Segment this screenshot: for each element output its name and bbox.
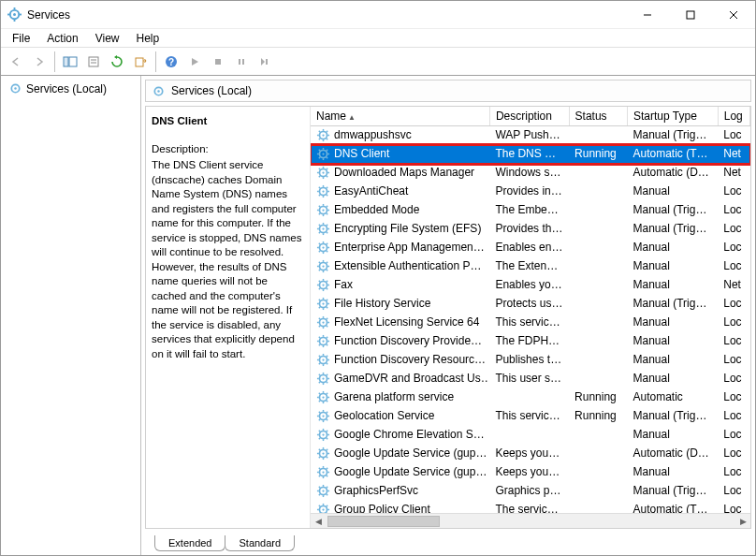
export-list-button[interactable] [129,51,152,73]
col-startup[interactable]: Startup Type [628,107,719,126]
services-tree-icon [8,81,22,95]
stop-service-button [207,51,229,73]
service-row[interactable]: Google Update Service (gup…Keeps your …A… [311,445,750,463]
service-row[interactable]: FlexNet Licensing Service 64This service… [311,314,750,332]
service-startup: Automatic (D… [628,445,719,463]
service-row[interactable]: DNS ClientThe DNS Cli…RunningAutomatic (… [311,145,750,164]
service-gear-icon [316,147,330,161]
service-row[interactable]: Function Discovery Provide…The FDPHO…Man… [311,332,750,351]
tree-item-services-local[interactable]: Services (Local) [5,80,137,97]
help-button[interactable]: ? [160,51,182,73]
menu-view[interactable]: View [88,30,127,47]
service-startup: Manual [628,463,719,482]
service-row[interactable]: Google Chrome Elevation S…ManualLoc [311,426,750,445]
svg-line-185 [327,412,327,413]
show-hide-tree-button[interactable] [59,51,81,73]
service-desc: Protects use… [489,295,569,314]
svg-line-82 [319,225,320,226]
scroll-right-icon[interactable]: ▶ [735,514,750,529]
svg-line-122 [319,300,320,300]
tab-extended[interactable]: Extended [154,535,225,551]
svg-line-223 [327,494,327,495]
scroll-thumb[interactable] [327,516,440,527]
scroll-left-icon[interactable]: ◀ [311,514,326,529]
service-row[interactable]: GameDVR and Broadcast Us…This user se…Ma… [311,370,750,388]
svg-line-175 [327,393,327,394]
service-gear-icon [316,241,330,255]
service-desc: This user se… [489,370,569,388]
service-startup: Manual (Trig… [628,482,719,501]
col-logon[interactable]: Log [718,107,749,126]
maximize-button[interactable] [669,1,712,28]
service-status [569,239,627,257]
menu-action[interactable]: Action [39,30,85,47]
service-startup: Manual [628,257,719,276]
service-gear-icon [316,166,330,180]
service-status [569,295,627,314]
svg-line-154 [319,363,320,364]
service-row[interactable]: Downloaded Maps ManagerWindows se…Automa… [311,164,750,183]
svg-point-197 [322,452,324,454]
service-status [569,126,627,146]
refresh-button[interactable] [106,51,128,73]
service-row[interactable]: Embedded ModeThe Embed…Manual (Trig…Loc [311,201,750,220]
service-status [569,482,627,501]
svg-point-117 [322,302,324,304]
menu-file[interactable]: File [5,30,37,47]
service-logon: Loc [718,314,749,332]
service-name: EasyAntiCheat [334,183,408,199]
service-row[interactable]: File History ServiceProtects use…Manual … [311,295,750,314]
svg-line-103 [327,270,327,271]
title-bar: Services [1,1,755,29]
svg-line-212 [319,468,320,469]
tree-item-label: Services (Local) [26,82,107,95]
service-row[interactable]: Garena platform serviceRunningAutomaticL… [311,388,750,407]
service-startup: Manual (Trig… [628,220,719,239]
svg-line-215 [327,468,327,469]
service-row[interactable]: Enterprise App Managemen…Enables ent…Man… [311,239,750,257]
svg-rect-15 [136,58,143,66]
services-list[interactable]: Name▲ Description Status Startup Type Lo… [310,107,750,528]
svg-line-182 [319,412,320,413]
col-name[interactable]: Name▲ [311,107,489,126]
service-row[interactable]: FaxEnables you…ManualNet [311,276,750,295]
service-row[interactable]: EasyAntiCheatProvides int…ManualLoc [311,183,750,201]
menu-help[interactable]: Help [129,30,167,47]
close-button[interactable] [712,1,755,28]
minimize-button[interactable] [626,1,669,28]
col-status[interactable]: Status [569,107,627,126]
col-description[interactable]: Description [489,107,569,126]
svg-line-225 [327,487,327,488]
tab-standard[interactable]: Standard [225,535,295,551]
service-name: Function Discovery Resourc… [334,352,486,368]
svg-line-232 [319,505,320,506]
svg-line-75 [327,206,327,207]
service-row[interactable]: dmwappushsvcWAP Push …Manual (Trig…Loc [311,126,750,146]
service-startup: Manual (Trig… [628,295,719,314]
service-startup: Automatic (T… [628,145,719,164]
service-row[interactable]: Google Update Service (gup…Keeps your …M… [311,463,750,482]
service-row[interactable]: GraphicsPerfSvcGraphics pe…Manual (Trig…… [311,482,750,501]
service-logon: Loc [718,183,749,201]
service-gear-icon [316,484,330,498]
service-row[interactable]: Function Discovery Resourc…Publishes th…… [311,351,750,370]
svg-point-187 [322,433,324,435]
service-logon: Loc [718,445,749,463]
tab-strip: Extended Standard [145,531,751,551]
properties-button[interactable] [82,51,105,73]
svg-line-134 [319,326,320,327]
service-name: Function Discovery Provide… [334,333,482,349]
svg-line-102 [319,262,320,263]
horizontal-scrollbar[interactable]: ◀ ▶ [311,513,750,528]
svg-line-144 [319,344,320,345]
svg-point-23 [14,87,16,89]
service-name: Geolocation Service [334,408,434,424]
service-logon: Loc [718,482,749,501]
svg-line-184 [319,419,320,420]
svg-line-43 [327,157,327,158]
service-row[interactable]: Geolocation ServiceThis service …Running… [311,407,750,426]
service-startup: Manual [628,276,719,295]
svg-point-57 [322,190,324,192]
service-row[interactable]: Extensible Authentication P…The Extensi…… [311,257,750,276]
service-row[interactable]: Encrypting File System (EFS)Provides th…… [311,220,750,239]
